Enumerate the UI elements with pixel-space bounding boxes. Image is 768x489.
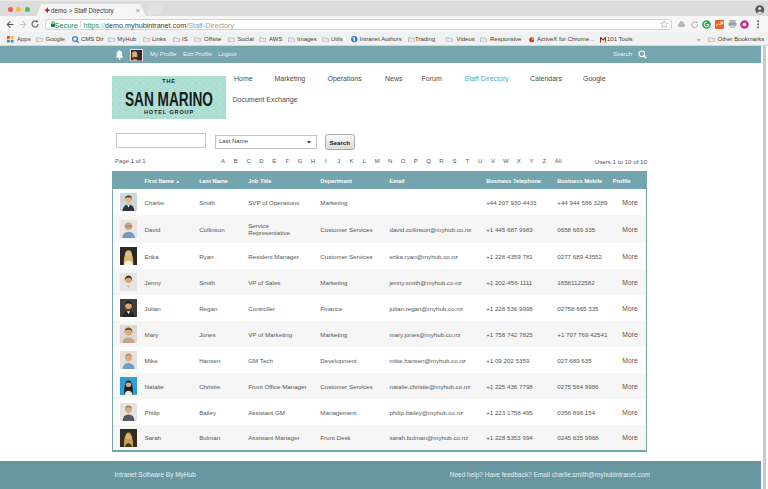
svg-text:SAN MARINO: SAN MARINO	[125, 87, 213, 110]
svg-text:THE: THE	[162, 78, 175, 84]
svg-text:HOTEL GROUP: HOTEL GROUP	[144, 109, 194, 115]
